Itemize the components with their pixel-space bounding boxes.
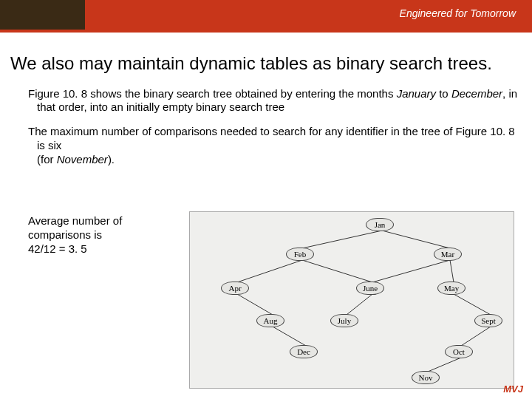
p1-lead: Figure 10. 8 shows the binary search tre… xyxy=(28,87,397,100)
p1-mid: to xyxy=(436,87,451,100)
svg-line-6 xyxy=(237,294,273,315)
tree-node-mar: Mar xyxy=(434,248,462,261)
tree-node-nov: Nov xyxy=(412,371,440,384)
p2-line2b: ). xyxy=(108,153,115,166)
paragraph-2: The maximum number of comparisons needed… xyxy=(10,125,522,166)
tree-node-may: May xyxy=(437,282,466,295)
p1-december: December xyxy=(451,87,502,100)
p1-january: January xyxy=(397,87,436,100)
svg-line-5 xyxy=(450,260,454,282)
tree-node-apr: Apr xyxy=(221,282,249,295)
svg-line-2 xyxy=(237,260,302,282)
p2-text: The maximum number of comparisons needed… xyxy=(28,125,515,151)
svg-line-1 xyxy=(382,231,450,248)
tree-node-jan: Jan xyxy=(366,218,394,231)
header-band: Engineered for Tomorrow xyxy=(0,0,532,43)
svg-line-10 xyxy=(461,327,491,346)
paragraph-1: Figure 10. 8 shows the binary search tre… xyxy=(10,87,522,115)
tree-node-july: July xyxy=(330,314,358,327)
slide-content: We also may maintain dynamic tables as b… xyxy=(10,53,522,177)
p3-l3: 42/12 = 3. 5 xyxy=(28,242,176,256)
header-dark-block xyxy=(0,0,85,30)
paragraph-3: Average number of comparisons is 42/12 =… xyxy=(28,214,176,256)
tree-node-oct: Oct xyxy=(445,345,473,358)
header-tagline: Engineered for Tomorrow xyxy=(85,0,532,30)
svg-line-8 xyxy=(454,294,491,315)
slide-title: We also may maintain dynamic tables as b… xyxy=(10,53,522,74)
footer-logo: MVJ xyxy=(503,383,523,395)
svg-line-0 xyxy=(302,231,382,248)
p3-l2: comparisons is xyxy=(28,228,176,242)
tree-edges-svg xyxy=(190,212,515,389)
p2-november: November xyxy=(57,153,108,166)
tree-node-aug: Aug xyxy=(256,314,284,327)
header-underline xyxy=(0,30,532,33)
tree-node-sept: Sept xyxy=(474,314,502,327)
tree-node-dec: Dec xyxy=(290,345,318,358)
bst-diagram: JanFebMarAprJuneMayAugJulySeptDecOctNov xyxy=(189,211,514,389)
svg-line-11 xyxy=(428,358,461,372)
svg-line-3 xyxy=(302,260,372,282)
svg-line-9 xyxy=(273,327,306,346)
p2-line2a: (for xyxy=(37,153,57,166)
p3-l1: Average number of xyxy=(28,214,176,228)
svg-line-7 xyxy=(347,294,372,315)
logo-text: MVJ xyxy=(503,383,523,395)
tree-node-feb: Feb xyxy=(286,248,314,261)
svg-line-4 xyxy=(372,260,450,282)
tree-node-june: June xyxy=(356,282,384,295)
